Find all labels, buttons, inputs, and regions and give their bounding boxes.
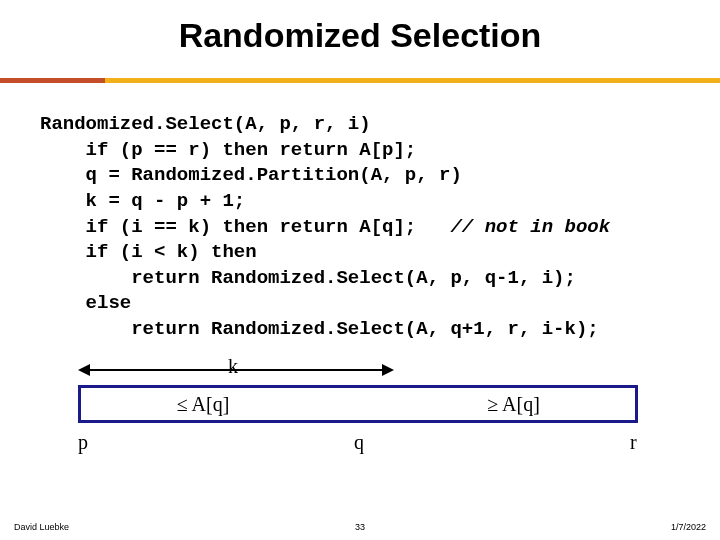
q-label: q <box>354 431 364 454</box>
code-comment: // not in book <box>450 216 610 238</box>
code-line: return Randomized.Select(A, p, q-1, i); <box>40 267 576 289</box>
arrow-right-icon <box>382 364 394 376</box>
code-block: Randomized.Select(A, p, r, i) if (p == r… <box>40 112 690 343</box>
partition-left: ≤ A[q] <box>78 385 328 423</box>
partition-box: ≤ A[q] ≥ A[q] <box>78 385 638 423</box>
page-title: Randomized Selection <box>0 0 720 55</box>
code-line: k = q - p + 1; <box>40 190 245 212</box>
accent-left <box>0 78 105 83</box>
k-label: k <box>228 355 238 378</box>
code-line: q = Randomized.Partition(A, p, r) <box>40 164 462 186</box>
accent-bar <box>0 78 720 83</box>
arrow-line <box>84 369 388 371</box>
partition-right: ≥ A[q] <box>392 385 638 423</box>
p-label: p <box>78 431 88 454</box>
code-line: if (i < k) then <box>40 241 257 263</box>
code-line: return Randomized.Select(A, q+1, r, i-k)… <box>40 318 599 340</box>
code-line: else <box>40 292 131 314</box>
r-label: r <box>630 431 637 454</box>
footer-page: 33 <box>0 522 720 532</box>
k-arrow <box>78 369 394 371</box>
footer-date: 1/7/2022 <box>671 522 706 532</box>
partition-mid <box>325 385 395 423</box>
code-line: if (p == r) then return A[p]; <box>40 139 416 161</box>
accent-right <box>105 78 720 83</box>
partition-diagram: k ≤ A[q] ≥ A[q] p q r <box>78 355 658 485</box>
code-line: Randomized.Select(A, p, r, i) <box>40 113 371 135</box>
code-line: if (i == k) then return A[q]; <box>40 216 450 238</box>
